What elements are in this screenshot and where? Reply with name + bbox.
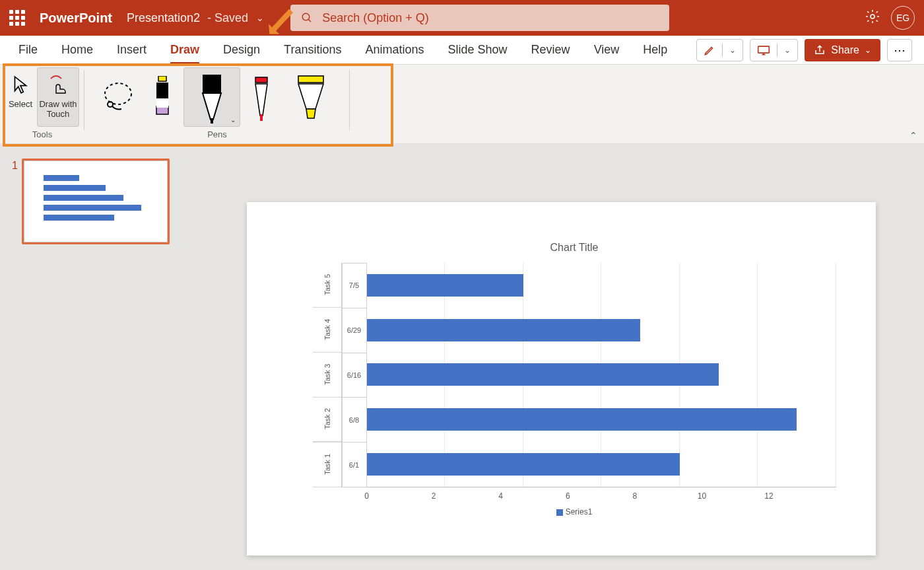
editing-mode-button[interactable]: ⌄ [696, 39, 743, 61]
x-tick: 12 [735, 491, 803, 501]
pen-icon [251, 76, 271, 126]
annotation-arrow [264, 10, 290, 26]
chart-title: Chart Title [313, 242, 836, 254]
tab-help[interactable]: Help [631, 36, 679, 64]
bar-chart[interactable]: Chart Title Task 5 Task 4 Task 3 Task 2 … [313, 242, 836, 529]
user-avatar[interactable]: EG [891, 6, 915, 30]
svg-point-3 [871, 15, 874, 18]
workspace: 1 Chart Title Task 5 Task 4 Task 3 Task … [0, 144, 924, 570]
chart-legend: Series1 [313, 507, 836, 517]
x-tick: 2 [400, 491, 467, 501]
draw-with-touch-button[interactable]: Draw with Touch [37, 67, 79, 127]
group-label-pens: Pens [207, 129, 227, 139]
pen-icon [197, 72, 226, 126]
chart-x-axis: 024681012 [367, 491, 836, 501]
svg-marker-18 [298, 84, 323, 109]
ribbon-group-pens: ⌄ Pens [84, 65, 350, 143]
svg-line-2 [308, 19, 311, 22]
slide-thumbnail-1[interactable] [22, 159, 170, 244]
tab-animations[interactable]: Animations [353, 36, 436, 64]
search-placeholder: Search (Option + Q) [322, 11, 429, 25]
tab-draw[interactable]: Draw [158, 36, 211, 64]
ribbon-body-draw: Select Draw with Touch Tools [0, 65, 924, 144]
thumbnail-pane: 1 [0, 144, 198, 570]
search-icon [301, 12, 313, 24]
touch-draw-icon [47, 73, 69, 97]
slide-canvas[interactable]: Chart Title Task 5 Task 4 Task 3 Task 2 … [247, 202, 876, 555]
chart-y-categories: Task 5 Task 4 Task 3 Task 2 Task 1 [313, 263, 342, 487]
svg-rect-8 [156, 83, 168, 98]
slide-pane: Chart Title Task 5 Task 4 Task 3 Task 2 … [198, 144, 924, 570]
ribbon-tabs: File Home Insert Draw Design Transitions… [0, 36, 924, 65]
chart-bar [367, 274, 523, 297]
tab-file[interactable]: File [7, 36, 50, 64]
collapse-ribbon-chevron-icon[interactable]: ⌃ [909, 130, 917, 141]
lasso-tool-button[interactable] [95, 67, 141, 127]
tab-insert[interactable]: Insert [105, 36, 158, 64]
thumbnail-number: 1 [12, 159, 18, 244]
group-label-tools: Tools [32, 129, 52, 139]
present-button[interactable]: ⌄ [750, 39, 798, 61]
svg-rect-13 [211, 118, 213, 124]
pen-purple-button[interactable] [143, 67, 182, 127]
settings-gear-icon[interactable] [865, 9, 880, 27]
tab-home[interactable]: Home [50, 36, 105, 64]
x-tick: 4 [467, 491, 535, 501]
svg-point-5 [105, 83, 131, 104]
chart-bar [367, 319, 641, 341]
x-tick: 6 [534, 491, 601, 501]
save-state: - Saved [204, 11, 248, 25]
highlighter-yellow-button[interactable] [282, 67, 339, 127]
present-icon [757, 44, 770, 56]
svg-rect-16 [260, 114, 263, 121]
svg-marker-0 [264, 7, 294, 39]
x-tick: 8 [601, 491, 669, 501]
pen-red-button[interactable] [242, 67, 281, 127]
tab-review[interactable]: Review [519, 36, 582, 64]
chart-bar [367, 363, 719, 386]
pen-black-button[interactable]: ⌄ [183, 67, 240, 127]
x-tick: 0 [333, 491, 401, 501]
tab-design[interactable]: Design [211, 36, 272, 64]
cursor-icon [12, 73, 29, 97]
chart-y-dates: 7/5 6/29 6/16 6/8 6/1 [342, 263, 367, 487]
svg-marker-19 [306, 109, 315, 118]
svg-point-1 [302, 13, 310, 20]
search-box[interactable]: Search (Option + Q) [290, 5, 669, 31]
tab-view[interactable]: View [582, 36, 632, 64]
svg-rect-17 [298, 76, 323, 83]
select-tool-button[interactable]: Select [5, 67, 36, 127]
svg-rect-11 [203, 75, 221, 93]
chart-bar [367, 408, 797, 431]
tab-transitions[interactable]: Transitions [272, 36, 353, 64]
tab-slideshow[interactable]: Slide Show [436, 36, 519, 64]
svg-marker-12 [203, 93, 221, 120]
highlighter-icon [294, 75, 327, 126]
share-button[interactable]: Share ⌄ [805, 39, 880, 61]
svg-rect-14 [255, 77, 267, 83]
more-options-button[interactable]: ⋯ [887, 39, 912, 61]
share-icon [814, 44, 826, 56]
app-name: PowerPoint [40, 11, 112, 26]
title-bar: PowerPoint Presentation2 - Saved ⌄ Searc… [0, 0, 924, 36]
app-launcher-icon[interactable] [9, 10, 25, 26]
chart-plot-area [367, 263, 836, 487]
ribbon-group-tools: Select Draw with Touch Tools [0, 65, 84, 143]
svg-rect-7 [158, 76, 166, 81]
pencil-icon [704, 44, 715, 56]
chart-bar [367, 453, 680, 476]
thumbnail-preview-chart [44, 175, 154, 221]
x-tick: 10 [669, 491, 736, 501]
svg-marker-15 [255, 84, 267, 116]
pen-icon [152, 76, 172, 126]
chevron-down-icon: ⌄ [230, 116, 236, 124]
svg-rect-4 [758, 46, 770, 53]
document-title[interactable]: Presentation2 [127, 11, 200, 25]
lasso-icon [100, 79, 136, 115]
share-label: Share [831, 44, 859, 56]
svg-rect-10 [156, 98, 168, 108]
